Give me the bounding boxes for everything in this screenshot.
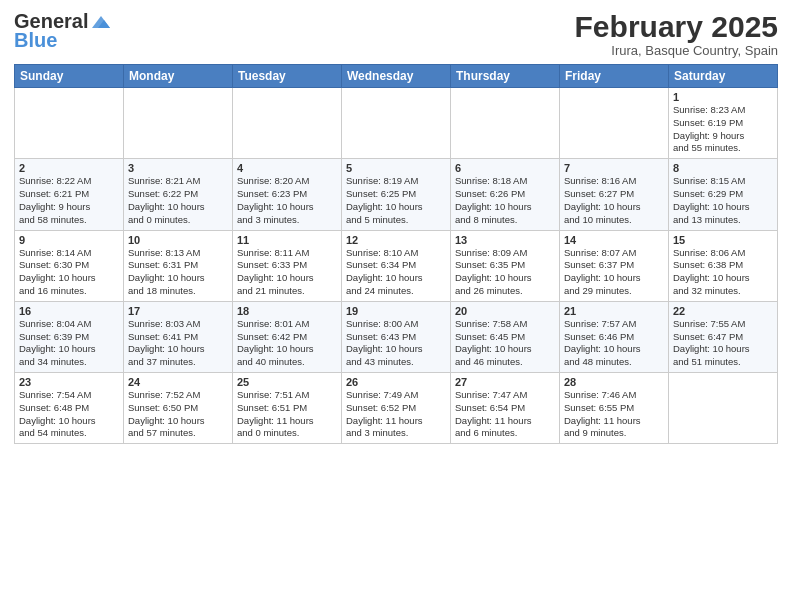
calendar-cell: 19Sunrise: 8:00 AM Sunset: 6:43 PM Dayli… bbox=[342, 301, 451, 372]
logo-blue: Blue bbox=[14, 29, 57, 52]
day-number: 17 bbox=[128, 305, 228, 317]
day-number: 11 bbox=[237, 234, 337, 246]
calendar-week-3: 9Sunrise: 8:14 AM Sunset: 6:30 PM Daylig… bbox=[15, 230, 778, 301]
day-info: Sunrise: 8:16 AM Sunset: 6:27 PM Dayligh… bbox=[564, 175, 664, 226]
day-number: 8 bbox=[673, 162, 773, 174]
day-info: Sunrise: 8:00 AM Sunset: 6:43 PM Dayligh… bbox=[346, 318, 446, 369]
calendar-cell: 28Sunrise: 7:46 AM Sunset: 6:55 PM Dayli… bbox=[560, 373, 669, 444]
calendar-cell: 21Sunrise: 7:57 AM Sunset: 6:46 PM Dayli… bbox=[560, 301, 669, 372]
day-number: 10 bbox=[128, 234, 228, 246]
day-number: 6 bbox=[455, 162, 555, 174]
day-number: 28 bbox=[564, 376, 664, 388]
day-number: 13 bbox=[455, 234, 555, 246]
day-info: Sunrise: 8:20 AM Sunset: 6:23 PM Dayligh… bbox=[237, 175, 337, 226]
day-info: Sunrise: 7:54 AM Sunset: 6:48 PM Dayligh… bbox=[19, 389, 119, 440]
title-block: February 2025 Irura, Basque Country, Spa… bbox=[575, 10, 778, 58]
day-info: Sunrise: 8:03 AM Sunset: 6:41 PM Dayligh… bbox=[128, 318, 228, 369]
calendar-cell: 24Sunrise: 7:52 AM Sunset: 6:50 PM Dayli… bbox=[124, 373, 233, 444]
day-info: Sunrise: 8:09 AM Sunset: 6:35 PM Dayligh… bbox=[455, 247, 555, 298]
calendar-cell: 17Sunrise: 8:03 AM Sunset: 6:41 PM Dayli… bbox=[124, 301, 233, 372]
day-info: Sunrise: 8:23 AM Sunset: 6:19 PM Dayligh… bbox=[673, 104, 773, 155]
calendar-cell: 5Sunrise: 8:19 AM Sunset: 6:25 PM Daylig… bbox=[342, 159, 451, 230]
day-number: 22 bbox=[673, 305, 773, 317]
day-number: 12 bbox=[346, 234, 446, 246]
calendar-cell bbox=[669, 373, 778, 444]
day-info: Sunrise: 8:18 AM Sunset: 6:26 PM Dayligh… bbox=[455, 175, 555, 226]
calendar-week-2: 2Sunrise: 8:22 AM Sunset: 6:21 PM Daylig… bbox=[15, 159, 778, 230]
calendar-cell: 1Sunrise: 8:23 AM Sunset: 6:19 PM Daylig… bbox=[669, 88, 778, 159]
day-number: 20 bbox=[455, 305, 555, 317]
day-info: Sunrise: 7:58 AM Sunset: 6:45 PM Dayligh… bbox=[455, 318, 555, 369]
day-info: Sunrise: 8:15 AM Sunset: 6:29 PM Dayligh… bbox=[673, 175, 773, 226]
day-info: Sunrise: 7:47 AM Sunset: 6:54 PM Dayligh… bbox=[455, 389, 555, 440]
day-info: Sunrise: 8:10 AM Sunset: 6:34 PM Dayligh… bbox=[346, 247, 446, 298]
day-info: Sunrise: 8:19 AM Sunset: 6:25 PM Dayligh… bbox=[346, 175, 446, 226]
calendar-cell bbox=[15, 88, 124, 159]
calendar-cell: 15Sunrise: 8:06 AM Sunset: 6:38 PM Dayli… bbox=[669, 230, 778, 301]
calendar-cell: 23Sunrise: 7:54 AM Sunset: 6:48 PM Dayli… bbox=[15, 373, 124, 444]
location: Irura, Basque Country, Spain bbox=[575, 43, 778, 58]
day-number: 18 bbox=[237, 305, 337, 317]
calendar-cell: 12Sunrise: 8:10 AM Sunset: 6:34 PM Dayli… bbox=[342, 230, 451, 301]
day-number: 1 bbox=[673, 91, 773, 103]
day-info: Sunrise: 7:55 AM Sunset: 6:47 PM Dayligh… bbox=[673, 318, 773, 369]
header: General Blue February 2025 Irura, Basque… bbox=[14, 10, 778, 58]
calendar-cell: 22Sunrise: 7:55 AM Sunset: 6:47 PM Dayli… bbox=[669, 301, 778, 372]
calendar-cell: 14Sunrise: 8:07 AM Sunset: 6:37 PM Dayli… bbox=[560, 230, 669, 301]
calendar-cell: 13Sunrise: 8:09 AM Sunset: 6:35 PM Dayli… bbox=[451, 230, 560, 301]
day-number: 23 bbox=[19, 376, 119, 388]
day-info: Sunrise: 8:06 AM Sunset: 6:38 PM Dayligh… bbox=[673, 247, 773, 298]
calendar-cell bbox=[451, 88, 560, 159]
calendar-cell: 11Sunrise: 8:11 AM Sunset: 6:33 PM Dayli… bbox=[233, 230, 342, 301]
calendar-cell: 18Sunrise: 8:01 AM Sunset: 6:42 PM Dayli… bbox=[233, 301, 342, 372]
logo-icon bbox=[90, 14, 112, 30]
day-info: Sunrise: 7:52 AM Sunset: 6:50 PM Dayligh… bbox=[128, 389, 228, 440]
day-info: Sunrise: 7:57 AM Sunset: 6:46 PM Dayligh… bbox=[564, 318, 664, 369]
day-number: 2 bbox=[19, 162, 119, 174]
day-number: 27 bbox=[455, 376, 555, 388]
month-title: February 2025 bbox=[575, 10, 778, 43]
day-number: 16 bbox=[19, 305, 119, 317]
day-number: 25 bbox=[237, 376, 337, 388]
calendar-cell: 26Sunrise: 7:49 AM Sunset: 6:52 PM Dayli… bbox=[342, 373, 451, 444]
calendar-table: SundayMondayTuesdayWednesdayThursdayFrid… bbox=[14, 64, 778, 444]
calendar-header-row: SundayMondayTuesdayWednesdayThursdayFrid… bbox=[15, 65, 778, 88]
col-header-wednesday: Wednesday bbox=[342, 65, 451, 88]
day-number: 19 bbox=[346, 305, 446, 317]
calendar-cell bbox=[124, 88, 233, 159]
day-info: Sunrise: 8:01 AM Sunset: 6:42 PM Dayligh… bbox=[237, 318, 337, 369]
day-number: 26 bbox=[346, 376, 446, 388]
logo: General Blue bbox=[14, 10, 112, 52]
calendar-cell: 7Sunrise: 8:16 AM Sunset: 6:27 PM Daylig… bbox=[560, 159, 669, 230]
day-info: Sunrise: 8:13 AM Sunset: 6:31 PM Dayligh… bbox=[128, 247, 228, 298]
col-header-sunday: Sunday bbox=[15, 65, 124, 88]
day-number: 24 bbox=[128, 376, 228, 388]
calendar-cell: 20Sunrise: 7:58 AM Sunset: 6:45 PM Dayli… bbox=[451, 301, 560, 372]
day-number: 14 bbox=[564, 234, 664, 246]
day-info: Sunrise: 8:21 AM Sunset: 6:22 PM Dayligh… bbox=[128, 175, 228, 226]
day-number: 5 bbox=[346, 162, 446, 174]
day-info: Sunrise: 7:51 AM Sunset: 6:51 PM Dayligh… bbox=[237, 389, 337, 440]
calendar-cell: 6Sunrise: 8:18 AM Sunset: 6:26 PM Daylig… bbox=[451, 159, 560, 230]
day-info: Sunrise: 8:14 AM Sunset: 6:30 PM Dayligh… bbox=[19, 247, 119, 298]
day-number: 7 bbox=[564, 162, 664, 174]
calendar-week-4: 16Sunrise: 8:04 AM Sunset: 6:39 PM Dayli… bbox=[15, 301, 778, 372]
calendar-cell bbox=[342, 88, 451, 159]
col-header-tuesday: Tuesday bbox=[233, 65, 342, 88]
day-number: 15 bbox=[673, 234, 773, 246]
day-info: Sunrise: 8:07 AM Sunset: 6:37 PM Dayligh… bbox=[564, 247, 664, 298]
calendar-cell: 8Sunrise: 8:15 AM Sunset: 6:29 PM Daylig… bbox=[669, 159, 778, 230]
day-number: 21 bbox=[564, 305, 664, 317]
calendar-cell: 25Sunrise: 7:51 AM Sunset: 6:51 PM Dayli… bbox=[233, 373, 342, 444]
day-info: Sunrise: 8:11 AM Sunset: 6:33 PM Dayligh… bbox=[237, 247, 337, 298]
calendar-week-1: 1Sunrise: 8:23 AM Sunset: 6:19 PM Daylig… bbox=[15, 88, 778, 159]
day-info: Sunrise: 7:46 AM Sunset: 6:55 PM Dayligh… bbox=[564, 389, 664, 440]
page: General Blue February 2025 Irura, Basque… bbox=[0, 0, 792, 612]
calendar-week-5: 23Sunrise: 7:54 AM Sunset: 6:48 PM Dayli… bbox=[15, 373, 778, 444]
day-info: Sunrise: 7:49 AM Sunset: 6:52 PM Dayligh… bbox=[346, 389, 446, 440]
day-number: 4 bbox=[237, 162, 337, 174]
calendar-cell bbox=[560, 88, 669, 159]
day-info: Sunrise: 8:04 AM Sunset: 6:39 PM Dayligh… bbox=[19, 318, 119, 369]
calendar-cell: 9Sunrise: 8:14 AM Sunset: 6:30 PM Daylig… bbox=[15, 230, 124, 301]
calendar-cell: 10Sunrise: 8:13 AM Sunset: 6:31 PM Dayli… bbox=[124, 230, 233, 301]
